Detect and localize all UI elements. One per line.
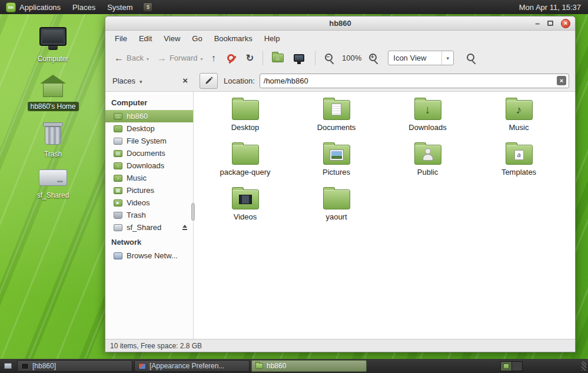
close-button[interactable]	[561, 19, 570, 28]
sidebar-item-hb860[interactable]: hb860	[105, 110, 193, 122]
menu-view[interactable]: View	[158, 32, 186, 45]
sidebar-section-title: Computer	[105, 94, 193, 110]
sidebar-item-pictures[interactable]: Pictures	[105, 184, 193, 197]
toolbar-separator	[315, 51, 315, 65]
home-folder-icon	[272, 54, 284, 62]
sidebar-item-label: Videos	[127, 198, 150, 207]
sidebar-item-label: Documents	[127, 149, 165, 158]
sidebar-item-videos[interactable]: Videos	[105, 197, 193, 209]
folder-icon	[506, 145, 533, 165]
computer-button[interactable]	[289, 52, 309, 64]
sidebar-item-label: Downloads	[127, 161, 164, 170]
taskbar-button-hb860-active[interactable]: hb860	[251, 360, 367, 372]
maximize-button[interactable]	[547, 21, 553, 26]
chevron-down-icon	[441, 51, 453, 65]
folder-emblem-icon	[324, 101, 350, 119]
desktop-icon-sf-shared[interactable]: sf_Shared	[28, 169, 78, 200]
location-input[interactable]	[264, 76, 557, 85]
folder-icon	[232, 145, 259, 165]
music-folder-icon	[114, 175, 122, 182]
clock-applet[interactable]: Mon Apr 11, 15:37	[519, 3, 588, 12]
reload-button[interactable]	[243, 50, 257, 66]
forward-button[interactable]: Forward	[154, 51, 206, 65]
close-sidebar-icon[interactable]	[182, 76, 188, 85]
zoom-out-button[interactable]	[321, 51, 338, 66]
drive-icon	[39, 169, 67, 186]
eject-icon[interactable]	[182, 225, 188, 231]
zoom-in-icon	[368, 53, 379, 64]
sidebar-item-label: hb860	[127, 112, 148, 121]
menu-system[interactable]: System	[101, 0, 138, 14]
zoom-out-icon	[324, 53, 335, 64]
workspace-1[interactable]	[501, 362, 511, 371]
pane-resize-grip[interactable]	[191, 203, 195, 221]
menu-bookmarks[interactable]: Bookmarks	[208, 32, 258, 45]
zoom-in-button[interactable]	[366, 51, 382, 66]
file-item-yaourt[interactable]: yaourt	[291, 189, 382, 234]
sidebar-item-label: Trash	[127, 211, 146, 219]
folder-emblem-icon	[415, 101, 441, 119]
clear-location-icon[interactable]	[557, 76, 566, 85]
panel-grip	[582, 361, 586, 371]
toggle-location-entry-button[interactable]	[200, 73, 218, 89]
sidebar-item-downloads[interactable]: Downloads	[105, 159, 193, 172]
up-arrow-icon	[211, 54, 216, 63]
icon-view[interactable]: Desktop Documents Downloads Music	[194, 92, 575, 339]
desktop-icon-trash[interactable]: Trash	[28, 121, 78, 159]
file-label: Music	[509, 123, 529, 132]
file-label: package-query	[220, 168, 271, 176]
menu-go[interactable]: Go	[186, 32, 208, 45]
sidebar-section-title: Network	[105, 234, 193, 249]
file-item-videos[interactable]: Videos	[200, 189, 291, 234]
taskbar-button-label: hb860	[267, 362, 286, 370]
minimize-button[interactable]	[535, 18, 540, 29]
desktop-wallpaper[interactable]: Computer hb860's Home Trash sf_Shared hb…	[0, 14, 588, 359]
sidebar-item-label: File System	[127, 136, 167, 145]
location-entry[interactable]	[260, 74, 569, 88]
location-row: Places Location:	[105, 70, 575, 92]
folder-icon	[232, 189, 259, 209]
menu-file[interactable]: File	[109, 32, 133, 45]
view-mode-select[interactable]: Icon View	[388, 51, 454, 65]
workspace-2[interactable]	[511, 362, 522, 371]
sidebar-item-browse-network[interactable]: Browse Netw...	[105, 249, 193, 262]
workspace-switcher	[500, 361, 523, 371]
titlebar[interactable]: hb860	[105, 16, 575, 31]
up-button[interactable]	[208, 51, 219, 65]
home-button[interactable]	[269, 51, 287, 65]
back-label: Back	[127, 54, 144, 62]
folder-icon	[414, 145, 441, 165]
file-item-pictures[interactable]: Pictures	[291, 145, 382, 189]
sidebar-item-sf-shared[interactable]: sf_Shared	[105, 221, 193, 234]
sidebar-item-documents[interactable]: Documents	[105, 147, 193, 159]
desktop-icon-home[interactable]: hb860's Home	[28, 75, 78, 111]
menu-edit[interactable]: Edit	[133, 32, 158, 45]
search-button[interactable]	[463, 51, 480, 66]
menu-applications[interactable]: lm Applications	[0, 0, 67, 14]
stop-button[interactable]	[221, 52, 241, 64]
show-desktop-button[interactable]	[0, 359, 15, 373]
sidebar-item-desktop[interactable]: Desktop	[105, 122, 193, 135]
sidebar-item-trash[interactable]: Trash	[105, 209, 193, 221]
panel-app-icon[interactable]	[143, 2, 152, 12]
sidebar-item-music[interactable]: Music	[105, 172, 193, 184]
file-item-music[interactable]: Music	[473, 100, 564, 145]
folder-icon	[506, 100, 533, 120]
menu-help[interactable]: Help	[258, 32, 286, 45]
desktop-icon-computer[interactable]: Computer	[28, 27, 78, 64]
menu-places[interactable]: Places	[67, 0, 101, 14]
file-item-desktop[interactable]: Desktop	[200, 100, 291, 145]
file-item-package-query[interactable]: package-query	[200, 145, 291, 189]
taskbar-button-appearance[interactable]: [Appearance Preferen...	[134, 360, 250, 372]
file-label: Videos	[234, 212, 257, 221]
file-item-templates[interactable]: Templates	[473, 145, 564, 189]
back-button[interactable]: Back	[111, 51, 152, 65]
file-item-public[interactable]: Public	[382, 145, 473, 189]
file-item-downloads[interactable]: Downloads	[382, 100, 473, 145]
file-item-documents[interactable]: Documents	[291, 100, 382, 145]
sidebar-item-file-system[interactable]: File System	[105, 135, 193, 147]
chevron-down-icon[interactable]	[139, 76, 142, 85]
pictures-folder-icon	[114, 187, 122, 194]
taskbar-button-hb860-minimized[interactable]: [hb860]	[17, 360, 132, 372]
desktop-icon-label: hb860's Home	[28, 102, 79, 111]
